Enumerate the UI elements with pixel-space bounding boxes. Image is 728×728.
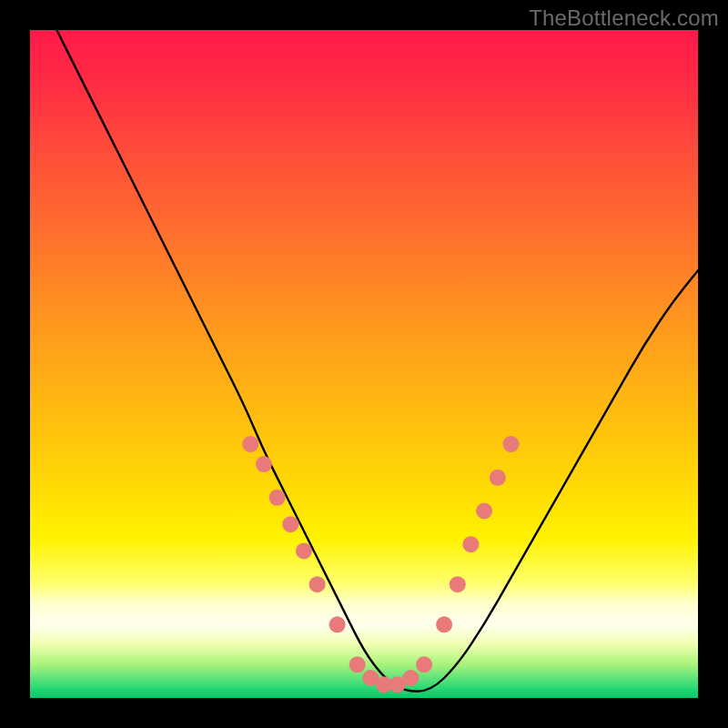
marker-dot	[450, 576, 466, 592]
marker-dot	[269, 490, 286, 506]
plot-area	[30, 30, 698, 698]
marker-dot	[282, 516, 298, 532]
marker-dot	[476, 503, 492, 520]
marker-dot	[436, 616, 452, 632]
marker-dots	[242, 436, 519, 693]
marker-dot	[329, 616, 346, 632]
marker-dot	[416, 656, 432, 672]
chart-svg	[30, 30, 698, 698]
marker-dot	[349, 656, 366, 672]
marker-dot	[296, 543, 312, 560]
marker-dot	[309, 576, 326, 592]
marker-dot	[490, 470, 506, 486]
marker-dot	[402, 670, 419, 686]
marker-dot	[242, 436, 258, 452]
marker-dot	[503, 436, 520, 452]
chart-frame: TheBottleneck.com	[0, 0, 728, 728]
curve-line	[56, 30, 698, 692]
marker-dot	[256, 456, 272, 472]
marker-dot	[462, 536, 479, 552]
watermark-text: TheBottleneck.com	[529, 5, 719, 31]
